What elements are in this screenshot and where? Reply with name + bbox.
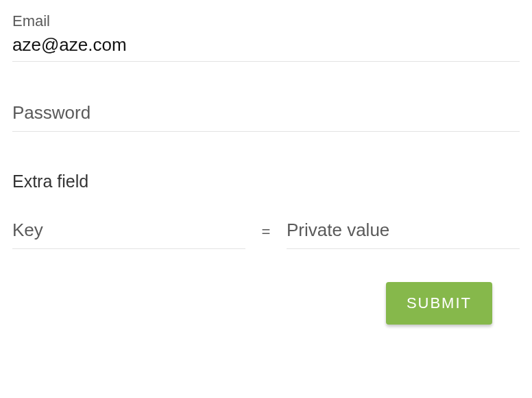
extra-heading: Extra field <box>12 172 520 191</box>
password-input[interactable] <box>12 102 520 132</box>
key-value-row: Key = Private value <box>12 219 520 249</box>
email-field-group: Email <box>12 12 520 62</box>
form-container: Email Password Extra field Key = Private… <box>12 12 520 325</box>
actions-row: SUBMIT <box>12 282 520 325</box>
private-value-input[interactable] <box>287 219 520 249</box>
extra-section: Extra field Key = Private value <box>12 172 520 249</box>
private-value-field-group: Private value <box>287 219 520 249</box>
key-input[interactable] <box>12 219 245 249</box>
email-label: Email <box>12 12 520 30</box>
submit-button[interactable]: SUBMIT <box>386 282 492 325</box>
email-input[interactable] <box>12 32 520 62</box>
key-field-group: Key <box>12 219 245 249</box>
password-field-group: Password <box>12 102 520 132</box>
equals-separator: = <box>259 223 273 249</box>
